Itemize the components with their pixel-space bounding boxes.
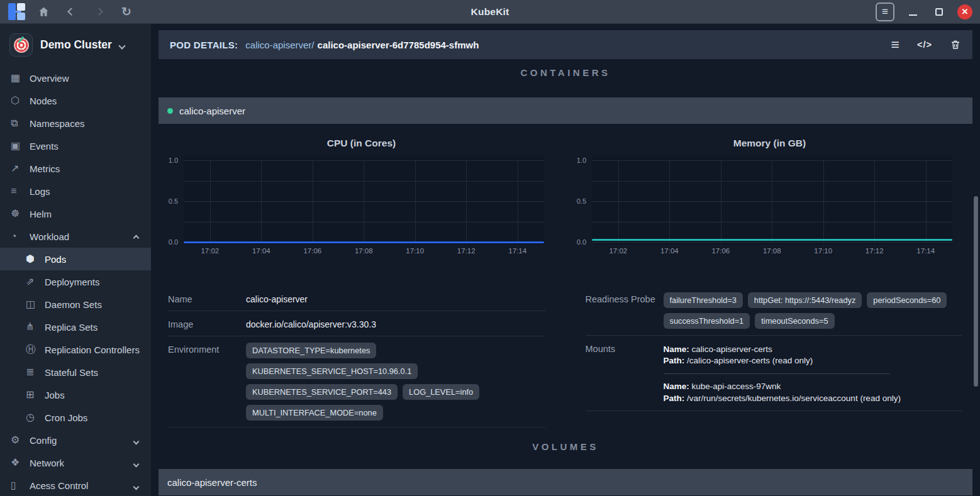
x-tick-label: 17:12 bbox=[866, 247, 884, 255]
jobs-icon: ⊞ bbox=[26, 390, 45, 400]
maximize-icon bbox=[935, 8, 943, 16]
volume-card-header[interactable]: calico-apiserver-certs bbox=[159, 469, 972, 495]
y-tick-label: 0.0 bbox=[169, 238, 178, 246]
namespaces-icon: ⧉ bbox=[11, 118, 30, 128]
cluster-selector[interactable]: Demo Cluster bbox=[0, 24, 151, 67]
detail-row: MountsName: calico-apiserver-certsPath: … bbox=[586, 336, 963, 411]
sidebar-item-jobs[interactable]: ⊞Jobs bbox=[0, 383, 151, 406]
v-gridline bbox=[518, 160, 518, 242]
cluster-name: Demo Cluster bbox=[40, 38, 112, 52]
chevron-down-icon bbox=[134, 458, 138, 468]
replica-sets-icon: ⋔ bbox=[26, 322, 45, 332]
v-gridline bbox=[261, 160, 262, 242]
sidebar-item-label: Overview bbox=[30, 73, 69, 84]
sidebar-item-label: Pods bbox=[45, 254, 66, 265]
sidebar-item-metrics[interactable]: ↗Metrics bbox=[0, 157, 151, 180]
container-name: calico-apiserver bbox=[179, 106, 245, 116]
back-icon bbox=[67, 8, 75, 16]
containers-section-title: CONTAINERS bbox=[151, 67, 980, 81]
value-badge: KUBERNETES_SERVICE_PORT=443 bbox=[246, 384, 398, 400]
sidebar-item-label: Events bbox=[30, 141, 58, 152]
sidebar-nav: ▦Overview⬡Nodes⧉Namespaces▣Events↗Metric… bbox=[0, 67, 151, 496]
sidebar-item-label: Nodes bbox=[30, 96, 57, 106]
cron-jobs-icon: ◷ bbox=[26, 412, 45, 422]
sidebar-item-config[interactable]: ⚙Config bbox=[0, 429, 151, 451]
maximize-button[interactable] bbox=[931, 4, 947, 20]
detail-label: Image bbox=[168, 317, 246, 329]
back-button[interactable] bbox=[62, 3, 81, 21]
detail-value: failureThreshold=3httpGet: https://:5443… bbox=[664, 292, 963, 329]
container-card-header[interactable]: calico-apiserver bbox=[159, 97, 972, 124]
v-gridline bbox=[210, 160, 211, 242]
metrics-icon: ↗ bbox=[11, 163, 30, 174]
namespace-link[interactable]: calico-apiserver/ bbox=[245, 40, 314, 50]
sidebar-item-label: Workload bbox=[30, 231, 69, 242]
forward-button[interactable] bbox=[89, 3, 108, 21]
overview-icon: ▦ bbox=[11, 73, 30, 83]
sidebar-item-replication-controllers[interactable]: ⒽReplication Controllers bbox=[0, 338, 151, 361]
value-badge: KUBERNETES_SERVICE_HOST=10.96.0.1 bbox=[246, 363, 418, 379]
x-tick-label: 17:12 bbox=[457, 247, 476, 255]
memory-series-line bbox=[592, 239, 952, 241]
pod-details-bar: POD DETAILS: calico-apiserver/ calico-ap… bbox=[159, 30, 972, 59]
y-tick-label: 0.5 bbox=[169, 197, 178, 205]
v-gridline bbox=[466, 160, 467, 242]
value-badge: timeoutSeconds=5 bbox=[755, 313, 834, 329]
sidebar-item-nodes[interactable]: ⬡Nodes bbox=[0, 89, 151, 112]
dartboard-icon bbox=[14, 38, 29, 53]
sidebar-item-label: Metrics bbox=[30, 163, 60, 174]
minimize-button[interactable] bbox=[905, 4, 921, 20]
network-icon: ❖ bbox=[11, 458, 30, 468]
sidebar-item-helm[interactable]: ☸Helm bbox=[0, 202, 151, 225]
sidebar-item-pods[interactable]: ⬢Pods bbox=[0, 248, 151, 270]
value-badge: MULTI_INTERFACE_MODE=none bbox=[246, 405, 383, 421]
sidebar-item-daemon-sets[interactable]: ◫Daemon Sets bbox=[0, 293, 151, 316]
sidebar-item-namespaces[interactable]: ⧉Namespaces bbox=[0, 112, 151, 135]
sidebar-item-stateful-sets[interactable]: ≣Stateful Sets bbox=[0, 361, 151, 383]
pod-exec-code-icon[interactable]: </> bbox=[917, 40, 932, 50]
sidebar-item-label: Deployments bbox=[45, 277, 100, 287]
v-gridline bbox=[874, 160, 875, 242]
x-tick-label: 17:02 bbox=[609, 247, 627, 255]
detail-value: DATASTORE_TYPE=kubernetesKUBERNETES_SERV… bbox=[246, 343, 545, 421]
detail-row: Imagedocker.io/calico/apiserver:v3.30.3 bbox=[168, 311, 545, 336]
access-control-icon: ▯ bbox=[11, 480, 30, 490]
sidebar-item-replica-sets[interactable]: ⋔Replica Sets bbox=[0, 316, 151, 338]
sidebar-item-workload[interactable]: ◔Workload bbox=[0, 225, 151, 248]
v-gridline bbox=[772, 160, 772, 242]
value-badge: failureThreshold=3 bbox=[664, 292, 743, 308]
cpu-y-axis: 0.00.51.0 bbox=[157, 155, 184, 245]
cpu-x-axis: 17:0217:0417:0617:0817:1017:1217:14 bbox=[184, 247, 544, 258]
container-details-left: Namecalico-apiserverImagedocker.io/calic… bbox=[168, 286, 545, 427]
v-gridline bbox=[364, 160, 364, 242]
x-tick-label: 17:06 bbox=[303, 247, 321, 255]
sidebar-item-events[interactable]: ▣Events bbox=[0, 135, 151, 157]
v-gridline bbox=[313, 160, 313, 242]
x-tick-label: 17:14 bbox=[508, 247, 526, 255]
memory-plot-area bbox=[592, 155, 952, 245]
sidebar-item-label: Stateful Sets bbox=[45, 367, 98, 378]
value-badge: httpGet: https://:5443/readyz bbox=[748, 292, 862, 308]
pod-delete-trash-icon[interactable] bbox=[950, 39, 961, 50]
scrollbar-thumb[interactable] bbox=[974, 196, 978, 387]
close-button[interactable]: ✕ bbox=[957, 4, 972, 19]
daemon-sets-icon: ◫ bbox=[26, 299, 45, 309]
volume-name: calico-apiserver-certs bbox=[167, 477, 257, 488]
sidebar-item-acess-control[interactable]: ▯Acess Control bbox=[0, 474, 151, 496]
window-menu-button[interactable]: ≡ bbox=[876, 3, 894, 21]
cpu-chart-title: CPU (in Cores) bbox=[157, 138, 565, 150]
memory-x-axis: 17:0217:0417:0617:0817:1017:1217:14 bbox=[592, 247, 952, 258]
reload-button[interactable]: ↻ bbox=[117, 3, 136, 21]
cluster-avatar bbox=[9, 33, 33, 57]
sidebar-item-logs[interactable]: ≡Logs bbox=[0, 180, 151, 202]
pod-logs-menu-icon[interactable]: ≡ bbox=[891, 38, 899, 52]
mount-divider bbox=[664, 373, 890, 374]
sidebar-item-deployments[interactable]: ⇗Deployments bbox=[0, 270, 151, 293]
sidebar-item-label: Helm bbox=[30, 209, 52, 219]
sidebar-item-label: Cron Jobs bbox=[45, 412, 87, 423]
stateful-sets-icon: ≣ bbox=[26, 367, 45, 377]
sidebar-item-network[interactable]: ❖Network bbox=[0, 451, 151, 474]
sidebar-item-cron-jobs[interactable]: ◷Cron Jobs bbox=[0, 406, 151, 429]
home-button[interactable] bbox=[34, 3, 53, 21]
sidebar-item-overview[interactable]: ▦Overview bbox=[0, 67, 151, 89]
